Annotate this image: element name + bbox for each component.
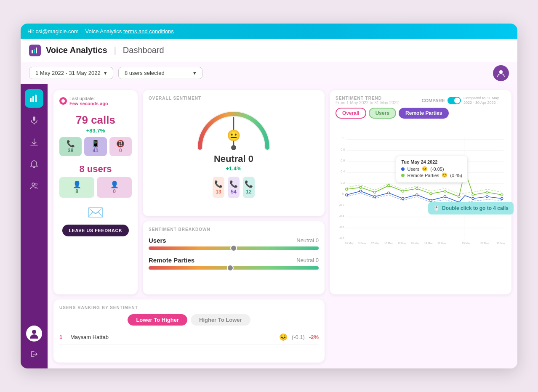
svg-point-3 (499, 70, 503, 74)
svg-point-48 (486, 196, 488, 198)
content-area: Last update: Few seconds ago 79 calls +8… (48, 84, 517, 368)
remote-breakdown-row: Remote Parties Neutral 0 (149, 257, 319, 270)
phone-inbound-icon: 📞 (61, 140, 80, 148)
svg-point-15 (231, 145, 236, 150)
main-layout: Last update: Few seconds ago 79 calls +8… (21, 84, 517, 368)
double-click-tooltip[interactable]: 🖱️ Double click to go to 4 calls (428, 202, 514, 215)
svg-point-52 (373, 191, 376, 193)
svg-point-39 (373, 196, 376, 198)
tab-lower-to-higher[interactable]: Lower To Higher (128, 314, 187, 326)
missed-calls-box: 📵 0 (109, 137, 132, 156)
svg-text:04 May: 04 May (358, 241, 367, 244)
svg-text:31 May: 31 May (497, 241, 506, 244)
svg-text:13 May: 13 May (398, 241, 407, 244)
remote-breakdown-name: Remote Parties (149, 257, 194, 264)
tab-overall[interactable]: Overall (336, 108, 366, 119)
users-breakdown-header: Users Neutral 0 (149, 237, 319, 244)
svg-text:😐: 😐 (227, 129, 241, 142)
users-dot (401, 167, 405, 171)
svg-rect-5 (32, 96, 34, 102)
svg-text:10 May: 10 May (384, 241, 393, 244)
sidebar-item-alerts[interactable] (25, 155, 43, 173)
svg-rect-0 (32, 50, 33, 53)
ranking-label: USERS RANKING BY SENTIMENT (59, 305, 319, 310)
ranking-score: (-0.1) (292, 334, 305, 340)
feedback-button[interactable]: LEAVE US FEEDBACK (62, 225, 129, 236)
chevron-down-icon-2: ▾ (193, 70, 196, 76)
ranking-number: 1 (59, 334, 66, 340)
svg-text:0.2: 0.2 (341, 181, 345, 184)
users-sentiment-bar (149, 246, 319, 250)
date-range-dropdown[interactable]: 1 May 2022 - 31 May 2022 ▾ (29, 67, 113, 79)
gauge-wrap: 😐 (192, 106, 276, 152)
gauge-svg: 😐 (192, 106, 276, 152)
svg-text:0: 0 (342, 192, 344, 195)
svg-text:28 May: 28 May (480, 241, 489, 244)
svg-point-57 (444, 190, 446, 192)
tab-remote-parties[interactable]: Remote Parties (399, 108, 449, 119)
stats-panel: Last update: Few seconds ago 79 calls +8… (53, 90, 138, 294)
breakdown-label: SENTIMENT BREAKDOWN (149, 227, 319, 232)
ranking-percent: -2% (309, 334, 319, 340)
calls-breakdown: 📞 38 📱 41 📵 0 (59, 137, 132, 156)
overall-sentiment-label: OVERALL SENTIMENT (149, 96, 319, 101)
tab-higher-to-lower[interactable]: Higher To Lower (191, 314, 250, 326)
svg-text:25 May: 25 May (462, 241, 471, 244)
top-bar-link: Voice Analytics terms and conditions (85, 28, 174, 34)
users-count: 8 users (59, 164, 132, 175)
svg-point-58 (458, 196, 460, 198)
trend-title: SENTIMENT TREND (336, 96, 399, 101)
sidebar-logout-button[interactable] (25, 345, 43, 363)
svg-text:-0.2: -0.2 (339, 204, 344, 207)
sentiment-footer: 📞 13 📞 54 📞 12 (213, 177, 255, 198)
svg-rect-2 (36, 48, 37, 53)
svg-text:16 May: 16 May (411, 241, 420, 244)
users-filter-dropdown[interactable]: 8 users selected ▾ (118, 67, 202, 79)
svg-point-53 (388, 185, 390, 187)
trend-tabs: Overall Users Remote Parties (336, 108, 506, 119)
remote-needle (227, 265, 234, 271)
compare-toggle[interactable] (447, 97, 461, 104)
svg-point-41 (402, 197, 404, 199)
svg-text:07 May: 07 May (371, 241, 380, 244)
last-update-section: Last update: Few seconds ago (59, 96, 132, 106)
users-active-box: 👤 8 (59, 177, 94, 198)
sentiment-trend-panel: SENTIMENT TREND From 1 May 2022 to 31 Ma… (330, 90, 511, 294)
phone-outbound-icon: 📱 (86, 140, 105, 148)
feedback-icon: ✉️ (87, 204, 104, 220)
compare-sub: Compared to 31 May 2022 - 30 Apr 2022 (463, 96, 506, 105)
terms-link[interactable]: terms and conditions (123, 28, 174, 34)
svg-text:0.8: 0.8 (341, 148, 345, 151)
negative-calls-box: 📞 13 (213, 177, 224, 198)
inbound-calls-box: 📞 38 (59, 137, 82, 156)
sidebar-user-avatar[interactable] (26, 326, 42, 342)
sidebar-item-users[interactable] (25, 177, 43, 195)
user-avatar[interactable] (493, 65, 509, 81)
page-subtitle: Dashboard (123, 45, 164, 55)
svg-point-13 (61, 99, 65, 103)
tab-users[interactable]: Users (369, 108, 396, 119)
svg-point-38 (360, 190, 362, 192)
users-breakdown-value: Neutral 0 (296, 237, 319, 244)
toggle-knob (454, 98, 460, 103)
svg-point-62 (501, 194, 503, 196)
svg-point-42 (416, 194, 418, 196)
top-bar-greeting: Hi: csi@magicle.com (27, 28, 79, 34)
chart-area: Tue May 24 2022 Users 😐 (-0.05) Remote P… (336, 122, 506, 265)
svg-point-54 (402, 190, 404, 192)
users-needle (230, 245, 237, 252)
svg-text:22 May: 22 May (437, 241, 446, 244)
calls-delta: +83.7% (59, 127, 132, 134)
app-logo (29, 45, 41, 56)
last-update-text: Last update: Few seconds ago (69, 96, 108, 106)
remote-breakdown-header: Remote Parties Neutral 0 (149, 257, 319, 264)
feedback-area: ✉️ LEAVE US FEEDBACK (59, 204, 132, 236)
sidebar-item-voice[interactable] (25, 111, 43, 130)
svg-rect-4 (30, 98, 32, 102)
sidebar-item-download[interactable] (25, 133, 43, 151)
svg-text:-0.8: -0.8 (339, 237, 344, 240)
phone-missed-icon: 📵 (111, 140, 130, 148)
gauge-container: 😐 Neutral 0 +1.4% 📞 13 📞 54 (149, 106, 319, 198)
sidebar-item-analytics[interactable] (25, 89, 43, 108)
chevron-down-icon: ▾ (104, 70, 107, 76)
